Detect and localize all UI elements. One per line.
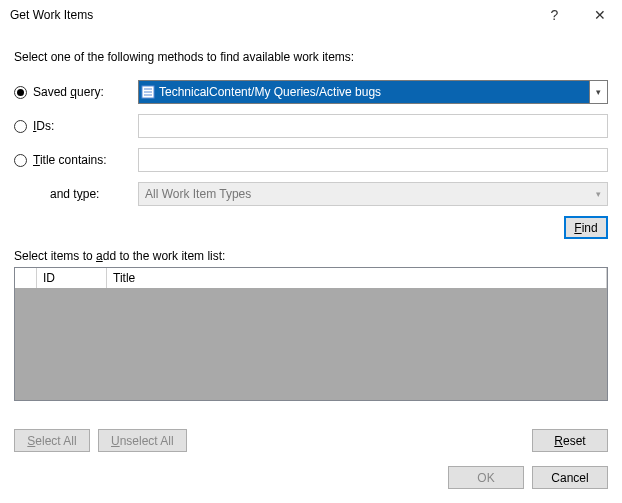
grid-header: ID Title: [15, 268, 607, 288]
radio-ids[interactable]: [14, 120, 27, 133]
results-grid[interactable]: ID Title: [14, 267, 608, 401]
saved-query-combo[interactable]: TechnicalContent/My Queries/Active bugs …: [138, 80, 608, 104]
column-checkbox[interactable]: [15, 268, 37, 288]
grid-body: [15, 288, 607, 400]
radio-saved-query[interactable]: [14, 86, 27, 99]
row-and-type: and type: All Work Item Types ▾: [14, 182, 608, 206]
close-button[interactable]: ✕: [577, 0, 622, 30]
and-type-label: and type:: [14, 187, 138, 201]
ok-button[interactable]: OK: [448, 466, 524, 489]
find-row: Find: [14, 216, 608, 239]
find-button[interactable]: Find: [564, 216, 608, 239]
instruction-text: Select one of the following methods to f…: [14, 50, 608, 64]
titlebar: Get Work Items ? ✕: [0, 0, 622, 30]
column-title[interactable]: Title: [107, 268, 607, 288]
chevron-down-icon[interactable]: ▾: [589, 81, 607, 103]
dialog-content: Select one of the following methods to f…: [0, 30, 622, 499]
ids-input[interactable]: [138, 114, 608, 138]
unselect-all-button[interactable]: Unselect All: [98, 429, 187, 452]
title-contains-label[interactable]: Title contains:: [14, 153, 138, 167]
row-title-contains: Title contains:: [14, 148, 608, 172]
select-all-button[interactable]: Select All: [14, 429, 90, 452]
saved-query-label[interactable]: Saved query:: [14, 85, 138, 99]
row-ids: IDs:: [14, 114, 608, 138]
reset-button[interactable]: Reset: [532, 429, 608, 452]
saved-query-value: TechnicalContent/My Queries/Active bugs: [157, 81, 589, 103]
query-list-icon: [139, 85, 157, 99]
cancel-button[interactable]: Cancel: [532, 466, 608, 489]
dialog-title: Get Work Items: [10, 8, 532, 22]
select-instruction: Select items to add to the work item lis…: [14, 249, 608, 263]
help-button[interactable]: ?: [532, 0, 577, 30]
dialog-button-row: OK Cancel: [14, 466, 608, 489]
ids-label[interactable]: IDs:: [14, 119, 138, 133]
radio-title-contains[interactable]: [14, 154, 27, 167]
type-combo-value: All Work Item Types: [145, 187, 251, 201]
row-saved-query: Saved query: TechnicalContent/My Queries…: [14, 80, 608, 104]
title-contains-input[interactable]: [138, 148, 608, 172]
selection-button-row: Select All Unselect All Reset: [14, 429, 608, 452]
column-id[interactable]: ID: [37, 268, 107, 288]
chevron-down-icon: ▾: [596, 189, 601, 199]
type-combo: All Work Item Types ▾: [138, 182, 608, 206]
